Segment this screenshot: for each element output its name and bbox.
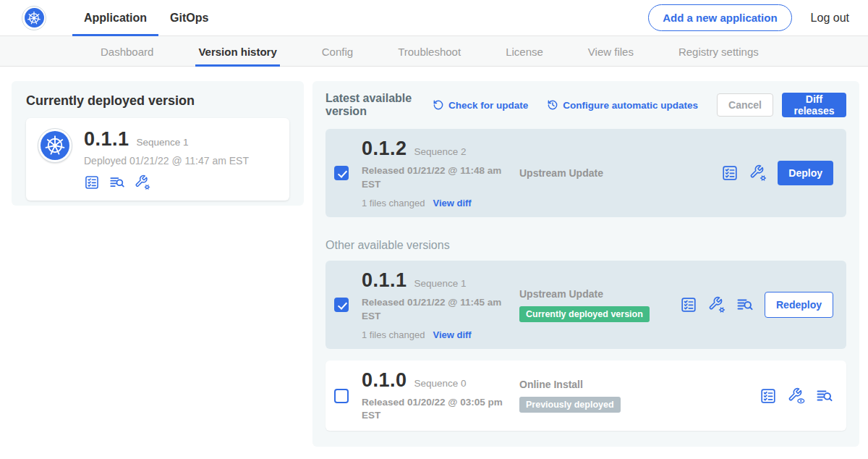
deployed-timestamp: Deployed 01/21/22 @ 11:47 am EST	[84, 155, 249, 167]
version-select-checkbox[interactable]	[334, 298, 349, 312]
version-number: 0.1.1	[362, 269, 407, 292]
released-timestamp: Released 01/20/22 @ 03:05 pm EST	[362, 396, 510, 422]
subnav-license[interactable]: License	[503, 36, 546, 67]
view-diff-link[interactable]: View diff	[433, 198, 471, 209]
version-number: 0.1.2	[362, 138, 407, 160]
sequence-label: Sequence 2	[414, 146, 467, 157]
checklist-icon[interactable]	[721, 164, 739, 182]
version-select-checkbox[interactable]	[334, 389, 349, 403]
logs-icon[interactable]	[109, 174, 125, 190]
deployed-sequence-label: Sequence 1	[137, 137, 189, 148]
wrench-eye-icon[interactable]	[788, 387, 805, 405]
checklist-icon[interactable]	[84, 174, 100, 190]
logs-icon[interactable]	[816, 387, 833, 405]
checklist-icon[interactable]	[680, 296, 697, 313]
version-row-0-1-1: 0.1.1 Sequence 1 Released 01/21/22 @ 11:…	[326, 261, 846, 349]
latest-available-title: Latest available version	[326, 92, 418, 118]
files-changed-label: 1 files changed	[362, 198, 425, 209]
deployed-version-card: 0.1.1 Sequence 1 Deployed 01/21/22 @ 11:…	[26, 118, 289, 201]
logout-button[interactable]: Log out	[811, 12, 849, 25]
diff-releases-button[interactable]: Diff releases	[782, 93, 846, 117]
subnav-view-files[interactable]: View files	[585, 36, 637, 67]
deployed-version-number: 0.1.1	[84, 128, 129, 151]
wrench-gear-icon[interactable]	[749, 164, 767, 182]
released-timestamp: Released 01/21/22 @ 11:45 am EST	[362, 296, 510, 322]
deploy-button[interactable]: Deploy	[778, 161, 833, 185]
available-versions-panel: Latest available version Check for updat…	[312, 81, 859, 447]
subnav-dashboard[interactable]: Dashboard	[98, 36, 156, 67]
view-diff-link[interactable]: View diff	[433, 329, 471, 340]
version-row-0-1-2: 0.1.2 Sequence 2 Released 01/21/22 @ 11:…	[326, 129, 846, 217]
kubernetes-wheel-icon	[44, 135, 66, 156]
wrench-gear-icon[interactable]	[135, 174, 150, 190]
released-timestamp: Released 01/21/22 @ 11:48 am EST	[362, 164, 510, 190]
other-available-versions-title: Other available versions	[326, 239, 846, 252]
tab-application[interactable]: Application	[72, 0, 158, 36]
check-for-update-label: Check for update	[448, 100, 528, 111]
refresh-icon	[433, 99, 444, 111]
app-logo	[22, 6, 46, 30]
redeploy-button[interactable]: Redeploy	[765, 292, 833, 318]
app-icon	[38, 128, 72, 163]
currently-deployed-badge: Currently deployed version	[519, 306, 650, 322]
subnav-config[interactable]: Config	[319, 36, 356, 67]
version-number: 0.1.0	[362, 369, 407, 392]
version-source-label: Upstream Update	[519, 167, 721, 179]
version-source-label: Online Install	[519, 379, 760, 390]
tab-gitops[interactable]: GitOps	[158, 0, 220, 36]
kubernetes-wheel-icon	[27, 11, 41, 25]
add-new-application-button[interactable]: Add a new application	[648, 4, 791, 31]
subnav-registry-settings[interactable]: Registry settings	[676, 36, 762, 67]
sequence-label: Sequence 0	[414, 378, 467, 389]
history-clock-icon	[547, 99, 558, 111]
logs-icon[interactable]	[736, 296, 754, 313]
version-row-0-1-0: 0.1.0 Sequence 0 Released 01/20/22 @ 03:…	[326, 361, 846, 431]
checklist-icon[interactable]	[760, 387, 777, 405]
check-for-update-link[interactable]: Check for update	[433, 99, 528, 111]
version-select-checkbox[interactable]	[334, 166, 349, 180]
previously-deployed-badge: Previously deployed	[519, 397, 621, 413]
cancel-button[interactable]: Cancel	[717, 93, 773, 117]
app-subnav: Dashboard Version history Config Trouble…	[0, 36, 868, 67]
currently-deployed-title: Currently deployed version	[26, 93, 289, 109]
configure-auto-updates-link[interactable]: Configure automatic updates	[547, 99, 698, 111]
subnav-troubleshoot[interactable]: Troubleshoot	[395, 36, 464, 67]
files-changed-label: 1 files changed	[362, 329, 425, 340]
app-header: Application GitOps Add a new application…	[0, 0, 868, 36]
currently-deployed-panel: Currently deployed version 0.1.1 Sequenc…	[12, 81, 304, 206]
wrench-gear-icon[interactable]	[708, 296, 726, 313]
configure-auto-updates-label: Configure automatic updates	[563, 100, 698, 111]
sequence-label: Sequence 1	[414, 278, 467, 289]
subnav-version-history[interactable]: Version history	[195, 36, 279, 67]
version-source-label: Upstream Update	[519, 288, 680, 300]
